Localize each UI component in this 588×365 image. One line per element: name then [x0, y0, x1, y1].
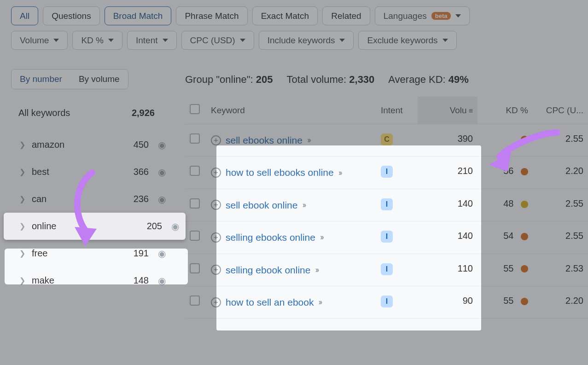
- col-intent[interactable]: Intent: [376, 97, 418, 124]
- group-label: make: [32, 275, 127, 286]
- cpc-cell: 2.20: [533, 156, 588, 189]
- row-checkbox[interactable]: [190, 133, 200, 144]
- keyword-groups-sidebar: By number By volume All keywords 2,926 ❯…: [11, 69, 172, 319]
- match-exact[interactable]: Exact Match: [252, 6, 318, 25]
- chevron-down-icon: [53, 39, 59, 42]
- expand-icon[interactable]: ››: [302, 200, 305, 209]
- add-keyword-icon[interactable]: +: [211, 232, 221, 243]
- table-row: +selling ebook online››I11055 2.53: [185, 254, 588, 286]
- chevron-down-icon: [163, 39, 168, 42]
- keyword-link[interactable]: how to sell an ebook: [226, 297, 314, 307]
- add-keyword-icon[interactable]: +: [211, 200, 221, 210]
- intent-badge: I: [381, 166, 393, 178]
- filter-exclude[interactable]: Exclude keywords: [358, 31, 456, 50]
- eye-icon[interactable]: ◉: [158, 276, 166, 285]
- table-row: +sell ebook online››I14048 2.55: [185, 189, 588, 221]
- select-all-checkbox[interactable]: [190, 104, 200, 114]
- row-checkbox[interactable]: [190, 166, 200, 176]
- filter-intent[interactable]: Intent: [127, 31, 177, 50]
- keyword-table: Keyword Intent Volu≡ KD % CPC (U... +sel…: [185, 97, 588, 319]
- filter-include[interactable]: Include keywords: [259, 31, 354, 50]
- keyword-link[interactable]: how to sell ebooks online: [226, 167, 334, 178]
- table-row: +how to sell ebooks online››I21056 2.20: [185, 156, 588, 189]
- sidebar-group-make[interactable]: ❯make148◉: [11, 267, 172, 294]
- col-volume[interactable]: Volu≡: [418, 97, 477, 124]
- seg-by-number[interactable]: By number: [12, 70, 70, 89]
- chevron-right-icon: ❯: [19, 168, 25, 176]
- chevron-down-icon: [455, 14, 461, 17]
- col-cpc[interactable]: CPC (U...: [533, 97, 588, 124]
- cpc-cell: 2.20: [533, 286, 588, 318]
- eye-icon[interactable]: ◉: [158, 140, 166, 150]
- chevron-right-icon: ❯: [19, 249, 25, 258]
- expand-icon[interactable]: ››: [338, 168, 341, 177]
- group-count: 191: [134, 248, 151, 259]
- match-phrase[interactable]: Phrase Match: [176, 6, 247, 25]
- add-keyword-icon[interactable]: +: [211, 265, 221, 275]
- languages-button[interactable]: Languages beta: [375, 6, 470, 25]
- group-count: 205: [147, 221, 165, 232]
- eye-icon[interactable]: ◉: [171, 222, 179, 231]
- row-checkbox[interactable]: [190, 263, 200, 273]
- languages-label: Languages: [384, 12, 427, 20]
- chevron-right-icon: ❯: [19, 222, 25, 231]
- volume-cell: 140: [418, 221, 477, 254]
- eye-icon[interactable]: ◉: [158, 249, 166, 258]
- kd-cell: 48: [477, 189, 533, 221]
- seg-by-volume[interactable]: By volume: [70, 70, 128, 89]
- sidebar-group-free[interactable]: ❯free191◉: [11, 240, 172, 267]
- sidebar-group-can[interactable]: ❯can236◉: [11, 185, 172, 213]
- intent-badge: I: [381, 295, 393, 307]
- intent-badge: I: [381, 263, 393, 275]
- match-broad[interactable]: Broad Match: [105, 6, 172, 25]
- keyword-link[interactable]: sell ebook online: [226, 200, 297, 210]
- kd-cell: 55: [477, 254, 533, 286]
- table-row: +how to sell an ebook››I9055 2.20: [185, 286, 588, 318]
- kd-cell: [477, 124, 533, 156]
- volume-cell: 90: [418, 286, 477, 318]
- row-checkbox[interactable]: [190, 231, 200, 241]
- volume-cell: 140: [418, 189, 477, 221]
- group-count: 450: [134, 139, 151, 150]
- intent-badge: C: [381, 133, 393, 145]
- sidebar-group-best[interactable]: ❯best366◉: [11, 158, 172, 185]
- filter-cpc[interactable]: CPC (USD): [181, 31, 254, 50]
- match-type-row: All Questions Broad Match Phrase Match E…: [0, 0, 588, 25]
- sidebar-group-online[interactable]: ❯online205◉: [4, 213, 186, 240]
- group-label: best: [32, 167, 127, 177]
- all-keywords-label: All keywords: [18, 108, 70, 118]
- all-keywords-row[interactable]: All keywords 2,926: [11, 102, 172, 131]
- filters-row: Volume KD % Intent CPC (USD) Include key…: [0, 25, 588, 56]
- col-kd[interactable]: KD %: [477, 97, 533, 124]
- intent-badge: I: [381, 198, 393, 210]
- match-questions[interactable]: Questions: [43, 6, 100, 25]
- eye-icon[interactable]: ◉: [158, 168, 166, 177]
- add-keyword-icon[interactable]: +: [211, 297, 221, 307]
- chevron-right-icon: ❯: [19, 276, 25, 285]
- row-checkbox[interactable]: [190, 295, 200, 306]
- expand-icon[interactable]: ››: [320, 232, 323, 242]
- beta-badge: beta: [431, 12, 451, 20]
- group-label: can: [32, 194, 127, 204]
- expand-icon[interactable]: ››: [307, 135, 310, 145]
- filter-kd[interactable]: KD %: [72, 31, 122, 50]
- group-count: 148: [134, 275, 151, 286]
- filter-volume[interactable]: Volume: [11, 31, 68, 50]
- keyword-link[interactable]: selling ebooks online: [226, 232, 315, 243]
- add-keyword-icon[interactable]: +: [211, 135, 221, 145]
- col-keyword[interactable]: Keyword: [206, 97, 376, 124]
- expand-icon[interactable]: ››: [318, 297, 321, 307]
- expand-icon[interactable]: ››: [315, 265, 318, 274]
- match-all[interactable]: All: [11, 6, 38, 25]
- kd-cell: 54: [477, 221, 533, 254]
- keyword-link[interactable]: selling ebook online: [226, 265, 310, 275]
- match-related[interactable]: Related: [322, 6, 370, 25]
- sidebar-group-amazon[interactable]: ❯amazon450◉: [11, 131, 172, 158]
- volume-cell: 210: [418, 156, 477, 189]
- intent-badge: I: [381, 231, 393, 243]
- keyword-link[interactable]: sell ebooks online: [226, 135, 303, 145]
- row-checkbox[interactable]: [190, 198, 200, 209]
- eye-icon[interactable]: ◉: [158, 195, 166, 204]
- group-summary: Group "online": 205 Total volume: 2,330 …: [185, 69, 588, 97]
- add-keyword-icon[interactable]: +: [211, 168, 221, 178]
